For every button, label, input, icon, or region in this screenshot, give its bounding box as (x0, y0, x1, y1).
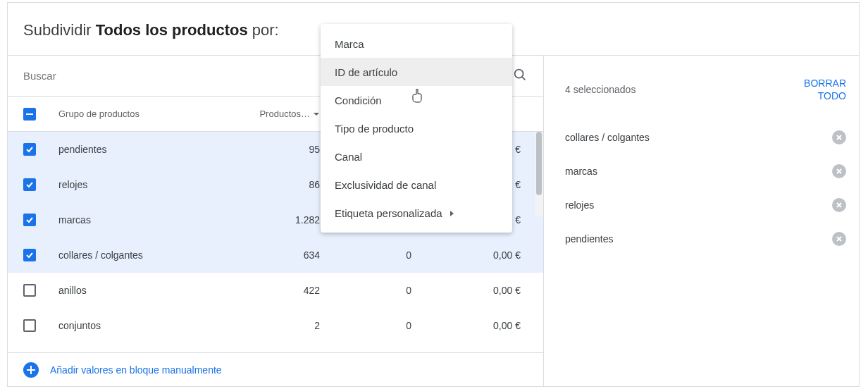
row-cost: 0,00 € (418, 249, 528, 261)
add-icon[interactable] (23, 362, 39, 378)
row-name: pendientes (58, 144, 235, 155)
row-clicks: 0 (327, 320, 418, 331)
selection-count: 4 seleccionados (565, 84, 636, 95)
remove-selection-icon[interactable] (832, 232, 846, 246)
table-row[interactable]: collares / colgantes63400,00 € (8, 237, 543, 273)
selection-item: marcas (565, 154, 846, 188)
menu-item[interactable]: ID de artículo (321, 58, 512, 86)
row-checkbox-cell[interactable] (23, 284, 58, 297)
row-products: 95 (235, 144, 327, 155)
table-row[interactable]: anillos42200,00 € (8, 273, 543, 308)
menu-item[interactable]: Tipo de producto (321, 114, 512, 142)
menu-item-label: Exclusividad de canal (335, 179, 436, 191)
menu-item-label: ID de artículo (335, 66, 397, 78)
row-checkbox[interactable] (23, 178, 36, 191)
menu-item-label: Etiqueta personalizada (335, 207, 442, 219)
header-suffix: por: (248, 21, 279, 39)
clear-line1: BORRAR (804, 77, 846, 89)
row-cost: 0,00 € (418, 320, 528, 331)
remove-selection-icon[interactable] (832, 164, 846, 178)
row-checkbox[interactable] (23, 284, 36, 297)
row-cost: 0,00 € (418, 285, 528, 296)
search-icon[interactable] (512, 67, 528, 85)
row-name: conjuntos (58, 320, 235, 331)
clear-line2: TODO (804, 89, 846, 102)
row-products: 86 (235, 179, 327, 190)
add-bulk-link[interactable]: Añadir valores en bloque manualmente (50, 364, 222, 376)
select-all-cell[interactable] (23, 108, 58, 121)
menu-item-label: Canal (335, 151, 362, 163)
row-checkbox-cell[interactable] (23, 143, 58, 156)
col-products-label: Productos… (259, 109, 310, 119)
footer-row: Añadir valores en bloque manualmente (8, 352, 543, 386)
row-clicks: 0 (327, 249, 418, 261)
header-prefix: Subdividir (23, 21, 96, 39)
svg-line-1 (522, 77, 525, 80)
remove-selection-icon[interactable] (832, 198, 846, 212)
svg-rect-2 (26, 113, 33, 115)
sort-down-icon (313, 111, 320, 118)
menu-item-label: Marca (335, 38, 364, 50)
selection-item-label: relojes (565, 199, 594, 211)
menu-item[interactable]: Condición (321, 86, 512, 114)
selection-item: pendientes (565, 222, 846, 256)
header-target: Todos los productos (96, 21, 248, 39)
selection-header: 4 seleccionados BORRAR TODO (565, 77, 846, 102)
menu-item[interactable]: Etiqueta personalizada (321, 199, 512, 227)
scroll-track[interactable] (535, 132, 543, 216)
submenu-chevron-icon (450, 207, 455, 219)
menu-item-label: Tipo de producto (335, 123, 414, 135)
selection-item: collares / colgantes (565, 121, 846, 154)
row-products: 2 (235, 320, 327, 331)
row-checkbox-cell[interactable] (23, 214, 58, 226)
menu-item[interactable]: Canal (321, 142, 512, 171)
row-checkbox-cell[interactable] (23, 178, 58, 191)
selection-item-label: pendientes (565, 233, 614, 245)
row-checkbox[interactable] (23, 319, 36, 332)
scroll-thumb[interactable] (536, 132, 542, 195)
row-name: anillos (58, 285, 235, 296)
row-products: 634 (235, 249, 327, 261)
row-checkbox[interactable] (23, 249, 36, 261)
subdivide-dropdown: MarcaID de artículoCondiciónTipo de prod… (321, 24, 512, 233)
row-checkbox[interactable] (23, 143, 36, 156)
col-products[interactable]: Productos… (235, 109, 327, 119)
selection-item: relojes (565, 188, 846, 222)
row-name: collares / colgantes (58, 249, 235, 261)
row-clicks: 0 (327, 285, 418, 296)
row-name: relojes (58, 179, 235, 190)
row-products: 422 (235, 285, 327, 296)
menu-item[interactable]: Marca (321, 30, 512, 58)
remove-selection-icon[interactable] (832, 130, 846, 144)
selection-list: collares / colgantesmarcasrelojespendien… (565, 121, 846, 256)
selection-item-label: marcas (565, 166, 597, 177)
dialog-panel: Subdividir Todos los productos por: Grup… (7, 2, 860, 387)
row-products: 1.282 (235, 214, 327, 226)
svg-point-0 (515, 70, 523, 78)
clear-all-button[interactable]: BORRAR TODO (804, 77, 846, 102)
table-row[interactable]: conjuntos200,00 € (8, 308, 543, 343)
row-checkbox-cell[interactable] (23, 319, 58, 332)
col-group-label[interactable]: Grupo de productos (58, 109, 235, 119)
row-checkbox[interactable] (23, 214, 36, 226)
selection-item-label: collares / colgantes (565, 132, 650, 143)
right-column: 4 seleccionados BORRAR TODO collares / c… (544, 56, 859, 386)
select-all-checkbox[interactable] (23, 108, 36, 121)
row-checkbox-cell[interactable] (23, 249, 58, 261)
row-name: marcas (58, 214, 235, 226)
menu-item[interactable]: Exclusividad de canal (321, 171, 512, 199)
menu-item-label: Condición (335, 94, 382, 106)
